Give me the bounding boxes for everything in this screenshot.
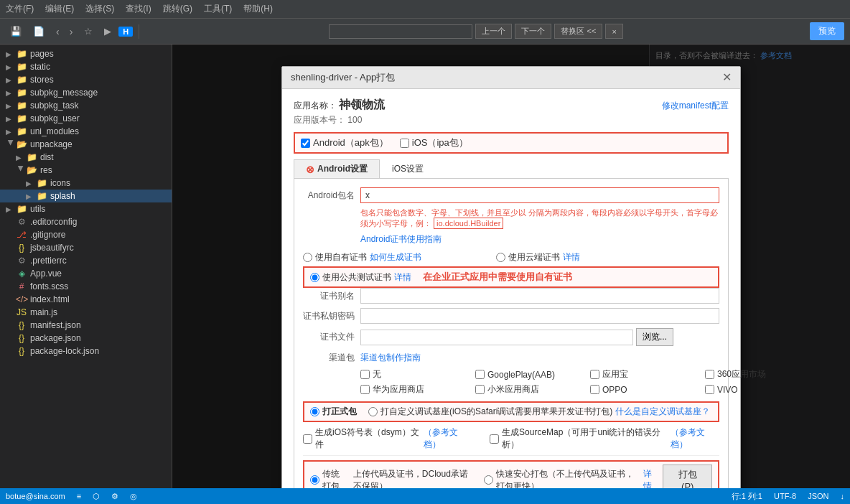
channel-oppo-checkbox[interactable] [590,385,599,394]
tree-item-index-html[interactable]: ▶ </> index.html [0,293,172,306]
channel-vivo-checkbox[interactable] [705,385,714,394]
menu-tools[interactable]: 工具(T) [204,3,232,15]
sourcemap-link[interactable]: （参考文档） [671,426,719,451]
build-debug-option[interactable]: 打自定义调试基座(iOS的Safari调试需要用苹果开发证书打包) 什么是自定义… [368,406,710,418]
tree-item-dist[interactable]: ▶ 📁 dist [0,151,172,164]
replace-toggle-button[interactable]: 替换区 << [554,24,602,39]
save-button[interactable]: 💾 [6,24,26,38]
ios-settings-tab[interactable]: iOS设置 [380,159,436,178]
android-settings-tab[interactable]: ⊗ Android设置 [294,159,380,178]
tree-item-utils[interactable]: ▶ 📁 utils [0,202,172,215]
tree-item-pages[interactable]: ▶ 📁 pages [0,47,172,60]
channel-vivo[interactable]: VIVO [705,383,820,396]
self-cert-radio[interactable] [303,253,312,262]
dsym-link[interactable]: （参考文档） [424,426,472,451]
self-cert-link[interactable]: 如何生成证书 [370,251,421,263]
debug-help-link[interactable]: 什么是自定义调试基座？ [615,406,710,418]
channel-oppo[interactable]: OPPO [590,383,705,396]
build-debug-radio[interactable] [368,407,378,416]
tree-item-subpkg-task[interactable]: ▶ 📁 subpkg_task [0,99,172,112]
self-cert-option[interactable]: 使用自有证书 如何生成证书 [303,251,421,263]
build-button[interactable]: 打包(P) [663,465,712,488]
cloud-cert-link[interactable]: 详情 [563,251,580,263]
channel-xiaomi[interactable]: 小米应用商店 [475,383,590,396]
fast-pkg-option[interactable]: 快速安心打包（不上传代码及证书，打包更快） [484,468,638,489]
tree-item-package-lock-json[interactable]: ▶ {} package-lock.json [0,345,172,358]
fast-pkg-radio[interactable] [484,475,493,485]
tree-item-static[interactable]: ▶ 📁 static [0,60,172,73]
public-cert-radio[interactable] [310,273,319,282]
dialog-close-button[interactable]: ✕ [722,72,732,83]
channel-360[interactable]: 360应用市场 [705,368,820,381]
ios-checkbox-label[interactable]: iOS（ipa包） [400,136,468,149]
channel-xiaomi-checkbox[interactable] [475,385,485,394]
nav-back-button[interactable]: ‹ [52,24,64,39]
pkg-name-input[interactable] [360,187,719,203]
menu-help[interactable]: 帮助(H) [243,3,273,15]
sourcemap-checkbox[interactable] [490,434,499,444]
next-button[interactable]: 下一个 [515,24,551,39]
prev-button[interactable]: 上一个 [475,24,512,39]
ios-checkbox[interactable] [400,139,409,148]
status-circle-icon[interactable]: ◎ [130,492,137,501]
dsym-checkbox[interactable] [303,434,312,444]
tree-item-splash[interactable]: ▶ 📁 splash [0,190,172,202]
menu-edit[interactable]: 编辑(E) [45,3,74,15]
channel-googleplay-checkbox[interactable] [475,370,485,379]
tree-item-unpackage[interactable]: ▶ 📂 unpackage [0,138,172,151]
tree-item-main-js[interactable]: ▶ JS main.js [0,306,172,319]
menu-find[interactable]: 查找(I) [126,3,151,15]
close-search-button[interactable]: × [605,24,622,39]
nav-forward-button[interactable]: › [65,24,78,39]
tree-item-res[interactable]: ▶ 📂 res [0,164,172,177]
new-file-button[interactable]: 📄 [29,24,49,38]
traditional-pkg-radio[interactable] [310,475,319,485]
tree-item-subpkg-message[interactable]: ▶ 📁 subpkg_message [0,86,172,99]
menu-select[interactable]: 选择(S) [85,3,114,15]
status-download-icon[interactable]: ↓ [841,492,845,500]
preview-button[interactable]: 预览 [810,22,844,40]
menu-file[interactable]: 文件(F) [6,3,34,15]
status-menu-icon[interactable]: ≡ [77,492,81,500]
status-settings-icon[interactable]: ⚙ [111,492,118,501]
public-cert-option[interactable]: 使用公共测试证书 详情 [310,271,411,284]
manifest-link[interactable]: 修改manifest配置 [662,100,729,112]
cloud-cert-radio[interactable] [496,253,505,262]
channel-huawei-checkbox[interactable] [360,385,370,394]
fast-pkg-link[interactable]: 详情 [643,468,657,489]
tree-item-manifest-json[interactable]: ▶ {} manifest.json [0,319,172,332]
cert-alias-input[interactable] [360,288,719,304]
sourcemap-option[interactable]: 生成SourceMap（可用于uni统计的错误分析） （参考文档） [490,426,719,451]
cert-pwd-input[interactable] [360,308,719,324]
channel-none-checkbox[interactable] [360,370,370,379]
build-release-option[interactable]: 打正式包 [310,406,357,418]
channel-huawei[interactable]: 华为应用商店 [360,383,475,396]
menu-goto[interactable]: 跳转(G) [163,3,192,15]
android-checkbox[interactable] [301,139,310,148]
dsym-option[interactable]: 生成iOS符号表（dsym）文件 （参考文档） [303,426,472,451]
tree-item-gitignore[interactable]: ▶ ⎇ .gitignore [0,228,172,241]
channel-360-checkbox[interactable] [705,370,714,379]
cloud-cert-option[interactable]: 使用云端证书 详情 [496,251,580,263]
tree-item-jsbeautifyrc[interactable]: ▶ {} jsbeautifyrc [0,241,172,254]
tree-item-package-json[interactable]: ▶ {} package.json [0,332,172,345]
traditional-pkg-option[interactable]: 传统打包 [310,468,347,489]
tree-item-subpkg-user[interactable]: ▶ 📁 subpkg_user [0,112,172,125]
public-cert-link[interactable]: 详情 [394,271,411,284]
run-button[interactable]: ▶ [100,24,116,38]
cert-file-input[interactable] [360,330,633,345]
tree-item-editorconfig[interactable]: ▶ ⚙ .editorconfig [0,215,172,228]
channel-none[interactable]: 无 [360,368,475,381]
tree-item-prettierrc[interactable]: ▶ ⚙ .prettierrc [0,254,172,267]
channel-guide-link[interactable]: 渠道包制作指南 [360,352,421,364]
build-release-radio[interactable] [310,407,319,416]
tree-item-app-vue[interactable]: ▶ ◈ App.vue [0,267,172,280]
status-hex-icon[interactable]: ⬡ [93,492,100,501]
cert-usage-link[interactable]: Android证书使用指南 [360,233,719,246]
channel-googleplay[interactable]: GooglePlay(AAB) [475,368,590,381]
tree-item-uni-modules[interactable]: ▶ 📁 uni_modules [0,125,172,138]
tree-item-stores[interactable]: ▶ 📁 stores [0,73,172,86]
channel-yingyongbao[interactable]: 应用宝 [590,368,705,381]
channel-yingyongbao-checkbox[interactable] [590,370,599,379]
tree-item-fonts-scss[interactable]: ▶ # fonts.scss [0,280,172,293]
